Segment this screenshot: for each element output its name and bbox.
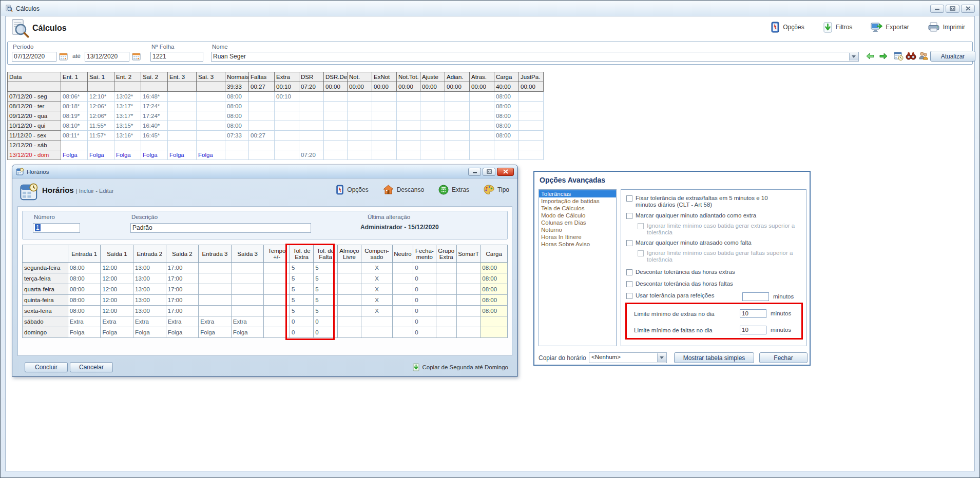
category-list-item[interactable]: Tela de Cálculos xyxy=(539,205,616,212)
schedule-cell[interactable]: 12:00 xyxy=(101,284,133,295)
schedule-cell[interactable]: X xyxy=(361,295,393,306)
day-row[interactable]: 10/12/20 - qui08:10*11:55*13:15*16:40*08… xyxy=(8,121,544,131)
imprimir-button[interactable]: Imprimir xyxy=(928,22,965,32)
schedule-cell[interactable]: 08:00 xyxy=(481,273,508,284)
schedule-cell[interactable]: 08:00 xyxy=(481,284,508,295)
schedule-cell[interactable]: 0 xyxy=(314,316,337,327)
nome-dropdown-button[interactable] xyxy=(849,53,858,61)
opcoes-button[interactable]: Opções xyxy=(771,22,804,33)
schedule-cell[interactable] xyxy=(456,263,480,273)
limite-minutes-input[interactable]: 10 xyxy=(740,309,766,318)
schedule-cell[interactable]: 5 xyxy=(314,306,337,316)
column-header[interactable]: Saí. 2 xyxy=(141,72,168,82)
schedule-cell[interactable] xyxy=(264,273,290,284)
schedule-cell[interactable] xyxy=(199,306,232,316)
minutes-input[interactable] xyxy=(742,292,769,301)
schedule-cell[interactable] xyxy=(231,263,264,273)
schedule-cell[interactable]: Folga xyxy=(166,327,199,338)
category-list-item[interactable]: Tolerâncias xyxy=(539,190,616,197)
column-header[interactable]: Atras. xyxy=(470,72,494,82)
schedule-cell[interactable]: 0 xyxy=(290,327,313,338)
category-list-item[interactable]: Noturno xyxy=(539,226,616,233)
previous-arrow-icon[interactable] xyxy=(866,53,874,59)
schedule-cell[interactable] xyxy=(392,316,413,327)
fechar-button[interactable]: Fechar xyxy=(759,352,808,363)
schedule-cell[interactable] xyxy=(231,295,264,306)
users-icon[interactable] xyxy=(918,51,929,61)
descricao-input[interactable]: Padrão xyxy=(130,223,311,233)
schedule-row[interactable]: sexta-feira08:0012:0013:0017:0055X008:00 xyxy=(23,306,508,316)
schedule-cell[interactable] xyxy=(337,316,361,327)
schedule-cell[interactable]: Folga xyxy=(199,327,232,338)
schedule-cell[interactable] xyxy=(231,284,264,295)
cancelar-button[interactable]: Cancelar xyxy=(70,362,113,372)
column-header[interactable]: Not. xyxy=(348,72,372,82)
nome-combobox[interactable]: Ruan Seger xyxy=(211,52,859,62)
dialog-close-button[interactable] xyxy=(497,168,514,176)
checkbox[interactable] xyxy=(626,195,632,202)
schedule-cell[interactable]: Extra xyxy=(133,316,166,327)
column-header[interactable]: DSR xyxy=(299,72,324,82)
dialog-minimize-button[interactable] xyxy=(468,168,481,176)
column-header[interactable]: Ent. 3 xyxy=(168,72,197,82)
schedule-cell[interactable]: X xyxy=(361,263,393,273)
schedule-cell[interactable] xyxy=(436,316,456,327)
schedule-cell[interactable] xyxy=(392,295,413,306)
schedule-cell[interactable]: 08:00 xyxy=(68,306,101,316)
schedule-cell[interactable] xyxy=(392,284,413,295)
schedule-cell[interactable]: X xyxy=(361,306,393,316)
column-header[interactable]: Saí. 1 xyxy=(88,72,114,82)
schedule-cell[interactable] xyxy=(231,306,264,316)
schedule-cell[interactable]: 5 xyxy=(314,273,337,284)
calendar-icon[interactable] xyxy=(59,52,68,61)
descanso-button[interactable]: Descanso xyxy=(383,185,424,195)
schedule-row[interactable]: quinta-feira08:0012:0013:0017:0055X008:0… xyxy=(23,295,508,306)
schedule-cell[interactable]: 5 xyxy=(314,295,337,306)
calendar-clock-icon[interactable] xyxy=(894,51,904,61)
schedule-cell[interactable]: 08:00 xyxy=(68,295,101,306)
schedule-row[interactable]: terça-feira08:0012:0013:0017:0055X008:00 xyxy=(23,273,508,284)
column-header[interactable]: Saí. 3 xyxy=(197,72,225,82)
mostrar-tabela-button[interactable]: Mostrar tabela simples xyxy=(674,352,754,363)
day-row[interactable]: 08/12/20 - ter08:18*12:06*13:17*17:24*08… xyxy=(8,102,544,111)
atualizar-button[interactable]: Atualizar xyxy=(930,51,975,62)
schedule-cell[interactable] xyxy=(264,306,290,316)
schedule-cell[interactable] xyxy=(456,273,480,284)
schedule-cell[interactable]: Folga xyxy=(133,327,166,338)
column-header[interactable]: Data xyxy=(8,72,61,82)
schedule-cell[interactable] xyxy=(481,316,508,327)
schedule-row[interactable]: segunda-feira08:0012:0013:0017:0055X008:… xyxy=(23,263,508,273)
schedule-row[interactable]: sábadoExtraExtraExtraExtraExtraExtra000 xyxy=(23,316,508,327)
horarios-opcoes-button[interactable]: Opções xyxy=(336,185,368,195)
schedule-cell[interactable] xyxy=(456,306,480,316)
schedule-cell[interactable]: 08:00 xyxy=(481,295,508,306)
schedule-cell[interactable] xyxy=(392,263,413,273)
next-arrow-icon[interactable] xyxy=(879,53,888,59)
column-header[interactable]: ExNot xyxy=(372,72,397,82)
schedule-cell[interactable]: Extra xyxy=(101,316,133,327)
column-header[interactable]: Ent. 2 xyxy=(114,72,141,82)
periodo-end-input[interactable]: 13/12/2020 xyxy=(85,52,129,62)
column-header[interactable]: JustPa. xyxy=(519,72,544,82)
schedule-cell[interactable]: 0 xyxy=(413,327,436,338)
checkbox[interactable] xyxy=(626,240,632,246)
schedule-cell[interactable] xyxy=(337,295,361,306)
checkbox[interactable] xyxy=(626,293,632,299)
schedule-cell[interactable]: 0 xyxy=(413,263,436,273)
category-list-item[interactable]: Modo de Cálculo xyxy=(539,212,616,219)
copiar-horario-dropdown-button[interactable] xyxy=(657,353,666,362)
filtros-button[interactable]: Filtros xyxy=(823,22,853,33)
schedule-cell[interactable] xyxy=(456,284,480,295)
schedule-cell[interactable]: Extra xyxy=(231,316,264,327)
column-header[interactable]: Ent. 1 xyxy=(61,72,88,82)
checkbox[interactable] xyxy=(626,213,632,219)
schedule-cell[interactable]: Folga xyxy=(101,327,133,338)
schedule-cell[interactable]: 13:00 xyxy=(133,263,166,273)
column-header[interactable]: Adian. xyxy=(445,72,470,82)
schedule-cell[interactable] xyxy=(481,327,508,338)
column-header[interactable]: Extra xyxy=(275,72,299,82)
schedule-cell[interactable]: Extra xyxy=(68,316,101,327)
schedule-cell[interactable]: 12:00 xyxy=(101,273,133,284)
schedule-cell[interactable] xyxy=(392,273,413,284)
close-button[interactable] xyxy=(961,5,975,13)
